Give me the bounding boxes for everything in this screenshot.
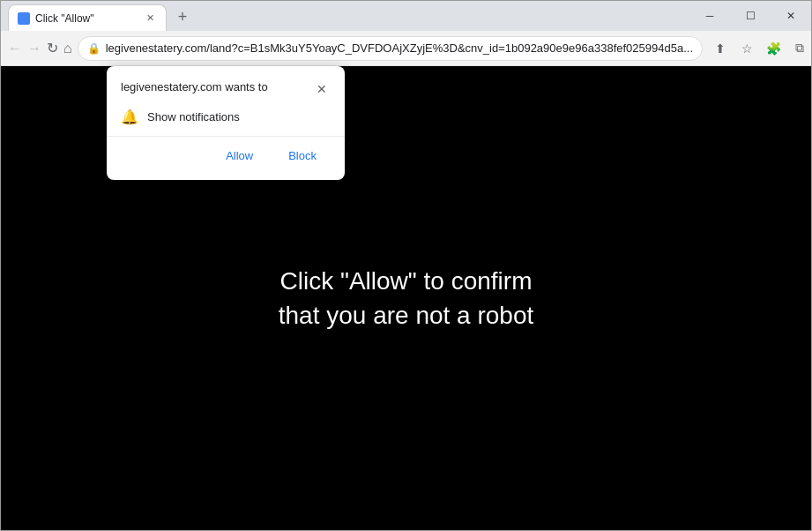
share-button[interactable]: ⬆	[708, 36, 733, 61]
extension-button[interactable]: 🧩	[761, 36, 786, 61]
titlebar: Click "Allow" ✕ + ─ ☐ ✕	[1, 1, 811, 31]
reload-button[interactable]: ↻	[47, 36, 58, 61]
block-button[interactable]: Block	[274, 144, 331, 168]
back-button[interactable]: ←	[8, 36, 22, 61]
page-message-line1: Click "Allow" to confirm	[279, 264, 534, 298]
new-tab-button[interactable]: +	[170, 4, 195, 29]
reload-icon: ↻	[47, 40, 58, 56]
page-message-line2: that you are not a robot	[279, 298, 534, 333]
bookmark-icon: ☆	[741, 41, 753, 56]
minimize-icon: ─	[706, 10, 714, 22]
notification-popup: legivenestatery.com wants to ✕ 🔔 Show no…	[107, 66, 345, 180]
home-button[interactable]: ⌂	[63, 36, 72, 61]
tab-favicon	[18, 12, 30, 25]
extension-icon: 🧩	[766, 41, 781, 56]
tab-title: Click "Allow"	[35, 12, 138, 25]
popup-title: legivenestatery.com wants to	[121, 80, 268, 93]
popup-notification-label: Show notifications	[147, 110, 240, 123]
tabview-icon: ⧉	[795, 41, 804, 56]
browser-toolbar: ← → ↻ ⌂ 🔒 legivenestatery.com/land?c=B1s…	[1, 31, 811, 66]
home-icon: ⌂	[63, 41, 72, 56]
close-icon: ✕	[786, 10, 795, 22]
bell-icon: 🔔	[121, 108, 138, 125]
address-text: legivenestatery.com/land?c=B1sMk3uY5Yoay…	[106, 41, 693, 55]
restore-button[interactable]: ☐	[730, 1, 771, 31]
popup-buttons: Allow Block	[107, 136, 345, 180]
forward-button[interactable]: →	[27, 36, 41, 61]
popup-notification-row: 🔔 Show notifications	[107, 105, 345, 136]
restore-icon: ☐	[746, 10, 756, 22]
browser-window: Click "Allow" ✕ + ─ ☐ ✕ ← → ↻	[0, 0, 812, 531]
bookmark-button[interactable]: ☆	[734, 36, 759, 61]
address-bar[interactable]: 🔒 legivenestatery.com/land?c=B1sMk3uY5Yo…	[78, 36, 703, 61]
window-controls: ─ ☐ ✕	[689, 1, 811, 31]
lock-icon: 🔒	[87, 42, 101, 55]
allow-button[interactable]: Allow	[212, 144, 267, 168]
page-message: Click "Allow" to confirm that you are no…	[279, 264, 534, 333]
page-content: legivenestatery.com wants to ✕ 🔔 Show no…	[1, 66, 811, 530]
tabview-button[interactable]: ⧉	[787, 36, 812, 61]
minimize-button[interactable]: ─	[689, 1, 730, 31]
browser-tab[interactable]: Click "Allow" ✕	[8, 4, 167, 31]
tab-bar: Click "Allow" ✕ +	[1, 1, 689, 31]
popup-header: legivenestatery.com wants to ✕	[107, 66, 345, 105]
share-icon: ⬆	[715, 41, 726, 56]
close-button[interactable]: ✕	[771, 1, 811, 31]
popup-close-button[interactable]: ✕	[313, 80, 331, 98]
back-icon: ←	[8, 41, 22, 56]
toolbar-icons: ⬆ ☆ 🧩 ⧉ 👤 ⋮	[708, 36, 812, 61]
forward-icon: →	[27, 41, 41, 56]
tab-close-button[interactable]: ✕	[143, 11, 157, 26]
